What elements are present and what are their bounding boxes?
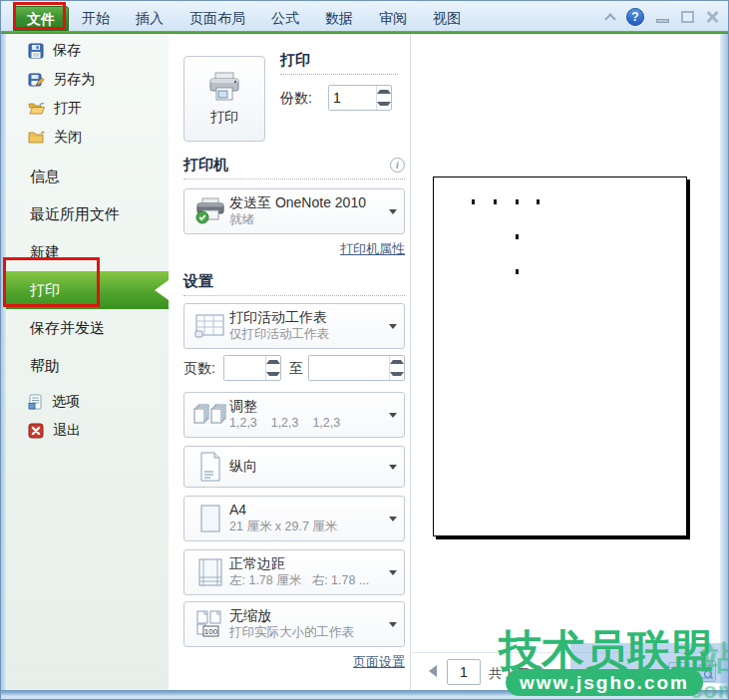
margins-icon [197, 557, 223, 587]
collation-select[interactable]: 调整 1,2,3 1,2,3 1,2,3 [183, 392, 405, 438]
copies-down-button[interactable] [377, 98, 391, 110]
copies-input[interactable] [329, 86, 376, 110]
up-arrow-icon [266, 360, 280, 364]
print-preview-panel: 共 1 页 站 com 技术员联盟 www.jsgho.com [410, 34, 720, 690]
page-setup-link[interactable]: 页面设置 [183, 653, 405, 671]
help-icon[interactable]: ? [626, 8, 644, 26]
dropdown-title: 打印活动工作表 [229, 309, 384, 327]
sidebar-item-label: 打印 [30, 281, 60, 300]
sidebar-item-exit[interactable]: 退出 [6, 416, 169, 445]
collate-icon [193, 401, 227, 429]
page-from-stepper [223, 355, 281, 381]
tab-review[interactable]: 审阅 [366, 6, 420, 31]
exit-icon [28, 423, 44, 439]
portrait-icon [198, 452, 222, 482]
sidebar-item-help[interactable]: 帮助 [6, 347, 169, 385]
current-page-input[interactable] [447, 659, 481, 685]
printer-select[interactable]: 发送至 OneNote 2010 就绪 [183, 188, 405, 234]
options-icon [28, 394, 43, 410]
print-button[interactable]: 打印 [183, 56, 265, 142]
sidebar-item-label: 信息 [30, 168, 60, 186]
minimize-window-icon[interactable] [656, 19, 669, 23]
sidebar-item-info[interactable]: 信息 [6, 158, 169, 195]
page-content-mark [516, 269, 519, 274]
sidebar-item-save[interactable]: 保存 [6, 36, 169, 65]
tab-data[interactable]: 数据 [312, 6, 366, 31]
sidebar-item-label: 帮助 [30, 357, 60, 376]
print-settings-panel: 打印 打印 份数: 打印机 i 发送至 OneNote 2010 就绪 打印机属… [169, 34, 410, 690]
down-arrow-icon [390, 372, 404, 376]
page-from-up-button[interactable] [266, 356, 280, 368]
close-folder-icon [28, 130, 45, 145]
print-button-label: 打印 [210, 109, 238, 127]
save-as-icon [28, 72, 44, 88]
sidebar-item-label: 保存并发送 [30, 319, 105, 338]
dropdown-subtitle: 1,2,3 1,2,3 1,2,3 [229, 416, 384, 432]
tab-insert[interactable]: 插入 [123, 6, 177, 31]
orientation-select[interactable]: 纵向 [183, 446, 405, 488]
page-content-mark [516, 199, 519, 204]
sidebar-item-open[interactable]: 打开 [6, 94, 169, 123]
tab-home[interactable]: 开始 [69, 6, 123, 31]
to-label: 至 [289, 360, 303, 378]
sidebar-item-new[interactable]: 新建 [6, 233, 169, 271]
sidebar-item-label: 选项 [52, 393, 80, 411]
page-to-down-button[interactable] [390, 368, 404, 380]
sidebar-item-options[interactable]: 选项 [6, 387, 169, 416]
copies-stepper [328, 85, 392, 111]
page-to-input[interactable] [309, 356, 389, 380]
sidebar-item-label: 另存为 [53, 71, 95, 89]
open-folder-icon [28, 101, 45, 116]
dropdown-title: A4 [229, 502, 384, 520]
watermark-url-badge: www.jsgho.com [506, 669, 703, 696]
pages-label: 页数: [183, 360, 215, 378]
down-arrow-icon [266, 372, 280, 376]
chevron-down-icon [389, 209, 397, 214]
margins-select[interactable]: 正常边距 左: 1.78 厘米 右: 1.78 ... [183, 549, 405, 595]
close-window-icon[interactable] [706, 11, 718, 23]
page-from-down-button[interactable] [266, 368, 280, 380]
page-content-mark [472, 199, 475, 204]
sidebar-item-recent[interactable]: 最近所用文件 [6, 195, 169, 233]
title-bar: 文件 开始 插入 页面布局 公式 数据 审阅 视图 ? [1, 1, 728, 31]
window-frame-right [720, 34, 728, 690]
tab-formulas[interactable]: 公式 [258, 6, 312, 31]
paper-size-select[interactable]: A4 21 厘米 x 29.7 厘米 [183, 496, 405, 541]
up-arrow-icon [377, 90, 391, 94]
divider [280, 74, 398, 75]
tab-page-layout[interactable]: 页面布局 [177, 6, 258, 31]
window-controls: ? [606, 8, 718, 26]
sidebar-item-label: 关闭 [54, 129, 82, 147]
copies-up-button[interactable] [377, 86, 391, 98]
backstage-sidebar: 保存 另存为 打开 关闭 信息 最近所用文件 新建 打印 保存并发送 [6, 34, 169, 690]
chevron-down-icon [389, 517, 397, 522]
minimize-ribbon-icon[interactable] [604, 13, 615, 24]
sidebar-item-save-as[interactable]: 另存为 [6, 65, 169, 94]
tab-view[interactable]: 视图 [420, 6, 474, 31]
restore-window-icon[interactable] [681, 11, 694, 23]
previous-page-icon[interactable] [429, 665, 437, 677]
sidebar-item-label: 打开 [54, 100, 82, 118]
chevron-down-icon [389, 570, 397, 575]
printer-properties-link[interactable]: 打印机属性 [183, 240, 405, 258]
sidebar-item-close[interactable]: 关闭 [6, 123, 169, 152]
tab-file[interactable]: 文件 [13, 6, 69, 31]
print-what-select[interactable]: 打印活动工作表 仅打印活动工作表 [183, 303, 405, 349]
sidebar-item-save-send[interactable]: 保存并发送 [6, 309, 169, 347]
page-from-input[interactable] [224, 356, 265, 380]
paper-size-icon [198, 504, 222, 533]
dropdown-subtitle: 仅打印活动工作表 [229, 327, 384, 343]
scaling-select[interactable]: 100 无缩放 打印实际大小的工作表 [183, 601, 405, 647]
dropdown-title: 纵向 [229, 458, 384, 476]
chevron-down-icon [389, 465, 397, 470]
printer-small-icon [194, 197, 226, 225]
no-scaling-icon: 100 [195, 609, 225, 639]
divider [183, 295, 405, 296]
printer-name: 发送至 OneNote 2010 [229, 194, 384, 212]
save-icon [28, 43, 44, 59]
down-arrow-icon [377, 102, 391, 106]
page-to-up-button[interactable] [390, 356, 404, 368]
sidebar-item-print[interactable]: 打印 [6, 271, 169, 309]
copies-label: 份数: [280, 90, 312, 108]
info-icon[interactable]: i [390, 158, 405, 173]
